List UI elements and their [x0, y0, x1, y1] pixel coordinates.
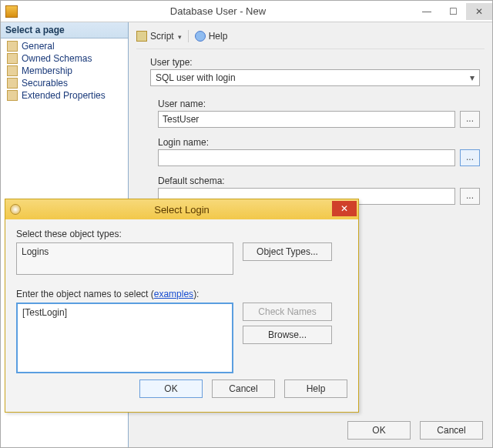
username-label: User name:: [158, 99, 480, 109]
app-icon: [5, 5, 18, 18]
titlebar: Database User - New — ☐ ✕: [1, 1, 492, 22]
sidebar-item-label: Extended Properties: [22, 90, 106, 101]
page-icon: [7, 41, 18, 52]
chevron-down-icon: [470, 72, 475, 83]
field-block: User name: ... Login name: ...: [150, 99, 480, 205]
page-icon: [7, 90, 18, 101]
sidebar-item-label: Securables: [22, 78, 68, 89]
loginname-browse-button[interactable]: ...: [460, 149, 480, 166]
help-label: Help: [209, 31, 228, 42]
sidebar-items: General Owned Schemas Membership Securab…: [1, 38, 128, 103]
objectnames-label: Enter the object names to select (exampl…: [16, 289, 347, 299]
page-icon: [7, 78, 18, 89]
sidebar-item-owned-schemas[interactable]: Owned Schemas: [1, 52, 128, 65]
usertype-value: SQL user with login: [156, 72, 236, 83]
maximize-button[interactable]: ☐: [440, 3, 466, 20]
defaultschema-browse-button[interactable]: ...: [460, 188, 480, 205]
loginname-label: Login name:: [158, 137, 480, 148]
username-browse-button[interactable]: ...: [460, 111, 480, 128]
dialog-help-button[interactable]: Help: [284, 379, 347, 398]
script-button[interactable]: Script: [136, 31, 182, 42]
objectnames-input[interactable]: [TestLogin]: [16, 303, 233, 373]
defaultschema-label: Default schema:: [158, 176, 480, 186]
sidebar-item-membership[interactable]: Membership: [1, 65, 128, 77]
dialog-ok-button[interactable]: OK: [139, 379, 203, 398]
objecttypes-label: Select these object types:: [16, 229, 347, 239]
cancel-button[interactable]: Cancel: [420, 421, 483, 440]
page-icon: [7, 65, 18, 76]
help-icon: [195, 31, 206, 42]
objecttypes-button[interactable]: Object Types...: [243, 242, 332, 261]
help-button[interactable]: Help: [195, 31, 228, 42]
objectnames-value: [TestLogin]: [22, 307, 67, 318]
close-button[interactable]: ✕: [466, 3, 492, 20]
page-icon: [7, 53, 18, 64]
browse-button[interactable]: Browse...: [243, 326, 332, 344]
dialog-titlebar: Select Login ✕: [5, 199, 358, 219]
minimize-button[interactable]: —: [414, 3, 440, 20]
objecttypes-value: Logins: [22, 246, 49, 257]
objecttypes-box: Logins: [16, 242, 233, 275]
dialog-cancel-button[interactable]: Cancel: [212, 379, 275, 398]
script-icon: [136, 31, 147, 42]
window-title: Database User - New: [22, 5, 414, 17]
usertype-select[interactable]: SQL user with login: [150, 69, 480, 86]
sidebar-item-label: General: [22, 41, 55, 52]
sidebar-item-securables[interactable]: Securables: [1, 77, 128, 89]
usertype-label: User type:: [150, 57, 480, 68]
examples-link[interactable]: examples: [154, 289, 193, 299]
script-label: Script: [150, 31, 174, 42]
toolbar: Script Help: [136, 28, 485, 49]
sidebar-item-label: Membership: [22, 65, 72, 76]
username-input[interactable]: [158, 111, 455, 128]
dialog-title: Select Login: [5, 204, 358, 216]
sidebar-item-extended-properties[interactable]: Extended Properties: [1, 89, 128, 102]
sidebar-item-general[interactable]: General: [1, 40, 128, 52]
form-area: User type: SQL user with login User name…: [136, 57, 485, 205]
sidebar-item-label: Owned Schemas: [22, 53, 92, 64]
chevron-down-icon: [177, 31, 182, 42]
separator: [188, 30, 189, 42]
checknames-button[interactable]: Check Names: [243, 303, 332, 321]
dialog-footer: OK Cancel Help: [5, 379, 358, 407]
ok-button[interactable]: OK: [347, 421, 411, 440]
main-footer: OK Cancel: [347, 421, 483, 440]
loginname-input[interactable]: [158, 149, 455, 166]
select-login-dialog: Select Login ✕ Select these object types…: [5, 199, 359, 413]
window-buttons: — ☐ ✕: [414, 3, 492, 20]
sidebar-header: Select a page: [1, 22, 128, 38]
dialog-body: Select these object types: Logins Object…: [5, 219, 358, 379]
